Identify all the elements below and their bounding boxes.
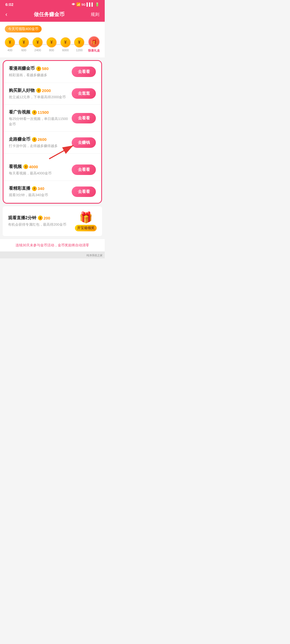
coin-label-3: 800 [49, 49, 54, 52]
task-coin-0: ¥ 580 [36, 66, 49, 71]
rule-button[interactable]: 规则 [91, 12, 99, 17]
chest-label[interactable]: 开宝箱领奖 [75, 225, 97, 231]
back-button[interactable]: ‹ [5, 11, 7, 18]
coin-circle-0: ¥ [5, 37, 15, 47]
task-btn-0[interactable]: 去看看 [72, 67, 96, 77]
coin-item-3: ¥ 800 [46, 37, 57, 52]
coin-circle-1: ¥ [19, 37, 29, 47]
coin-item-2: ¥ 2400 [32, 37, 43, 52]
progress-section: 今天可领取400金币 ¥ 400 ¥ 600 ¥ 2400 ¥ 800 ¥ 60… [0, 22, 105, 57]
task-desc-6: 有机会获得专属红包，最高得200金币 [8, 222, 72, 227]
task-title-4: 看视频 ¥ 4000 [9, 164, 69, 170]
coin-icon-4: ¥ [23, 164, 28, 169]
time: 6:02 [5, 2, 13, 7]
task-left-6: 观看直播2分钟 ¥ 200 有机会获得专属红包，最高得200金币 [8, 215, 75, 227]
coin-item-1: ¥ 600 [19, 37, 29, 52]
coin-circle-2: ¥ [32, 37, 43, 47]
coin-label-5: 1200 [76, 49, 82, 52]
battery-icon: 🔋 [95, 2, 99, 6]
gift-label: 惊喜礼盒 [88, 49, 100, 53]
coin-icon-0: ¥ [36, 66, 41, 71]
task-title-1: 购买新人好物 ¥ 2000 [9, 88, 69, 93]
coin-icon-5: ¥ [32, 186, 37, 191]
task-item-4: 看视频 ¥ 4000 每天看视频，最高4000金币 去看看 [3, 159, 101, 181]
progress-badge: 今天可领取400金币 [5, 25, 42, 32]
coin-label-4: 6000 [62, 49, 68, 52]
coin-item-5: ¥ 1200 [74, 37, 84, 52]
task-desc-2: 每25分钟看一次视频，单日最高11500金币 [9, 116, 69, 127]
footer-note: 连续30天未参与金币活动，金币奖励将自动清零 [0, 239, 105, 251]
coin-icon-1: ¥ [36, 88, 41, 93]
task-coin-2: ¥ 11500 [32, 110, 49, 115]
page-title: 做任务赚金币 [34, 11, 64, 18]
task-btn-4[interactable]: 去看看 [72, 164, 96, 175]
coin-circle-4: ¥ [60, 37, 71, 47]
gift-item: 🎁 惊喜礼盒 [88, 36, 100, 53]
status-bar: 6:02 👁 📶 5G ▌▌▌ 🔋 [0, 0, 105, 8]
5g-label: 5G [82, 3, 86, 6]
svg-line-1 [49, 145, 73, 159]
status-icons: 👁 📶 5G ▌▌▌ 🔋 [72, 2, 99, 6]
task-desc-0: 精彩漫画，看越多赚越多 [9, 72, 69, 78]
task-item-2: 看广告视频 ¥ 11500 每25分钟看一次视频，单日最高11500金币 去看看 [3, 105, 101, 132]
progress-coins: ¥ 400 ¥ 600 ¥ 2400 ¥ 800 ¥ 6000 ¥ 1200 🎁… [5, 36, 100, 53]
signal-icon: ▌▌▌ [86, 2, 94, 6]
task-btn-5[interactable]: 去看看 [72, 186, 96, 197]
task-item-1: 购买新人好物 ¥ 2000 抢立减12元券，下单最高得2000金币 去逛逛 [3, 83, 101, 105]
wifi-icon: 📶 [76, 2, 81, 6]
task-left-1: 购买新人好物 ¥ 2000 抢立减12元券，下单最高得2000金币 [9, 88, 72, 100]
header: ‹ 做任务赚金币 规则 [0, 8, 105, 22]
task-btn-1[interactable]: 去逛逛 [72, 88, 96, 99]
red-arrow-icon [46, 143, 76, 162]
task-title-6: 观看直播2分钟 ¥ 200 [8, 215, 72, 221]
task-coin-3: ¥ 2600 [32, 137, 46, 142]
coin-icon-6: ¥ [38, 215, 43, 220]
task-desc-4: 每天看视频，最高4000金币 [9, 171, 69, 176]
red-border-container: 看漫画赚金币 ¥ 580 精彩漫画，看越多赚越多 去看看 购买新人好物 ¥ 20… [3, 60, 102, 204]
coin-icon-3: ¥ [32, 137, 37, 142]
task-coin-4: ¥ 4000 [23, 164, 38, 169]
task-coin-1: ¥ 2000 [36, 88, 51, 93]
task-item-3: 走路赚金币 ¥ 2600 打卡游中国，走得越多赚得越多 去赚钱 [3, 132, 101, 154]
watermark-bar: 纯净系统之家 [0, 251, 105, 258]
coin-item-4: ¥ 6000 [60, 37, 71, 52]
task-title-3: 走路赚金币 ¥ 2600 [9, 137, 69, 142]
coin-icon-2: ¥ [32, 110, 37, 115]
task-left-5: 看精彩直播 ¥ 340 观看3分钟，最高340金币 [9, 186, 72, 198]
watermark-text: 纯净系统之家 [86, 254, 103, 257]
coin-circle-5: ¥ [74, 37, 84, 47]
task-coin-5: ¥ 340 [32, 186, 44, 191]
task-left-2: 看广告视频 ¥ 11500 每25分钟看一次视频，单日最高11500金币 [9, 109, 72, 127]
task-left-0: 看漫画赚金币 ¥ 580 精彩漫画，看越多赚越多 [9, 66, 72, 78]
task-title-2: 看广告视频 ¥ 11500 [9, 109, 69, 115]
task-item-5: 看精彩直播 ¥ 340 观看3分钟，最高340金币 去看看 [3, 181, 101, 203]
coin-label-1: 600 [21, 49, 26, 52]
task-title-5: 看精彩直播 ¥ 340 [9, 186, 69, 191]
task-coin-6: ¥ 200 [38, 215, 50, 220]
task-left-4: 看视频 ¥ 4000 每天看视频，最高4000金币 [9, 164, 72, 176]
coin-item-0: ¥ 400 [5, 37, 15, 52]
coin-label-0: 400 [8, 49, 12, 52]
task-desc-5: 观看3分钟，最高340金币 [9, 192, 69, 198]
chest-button[interactable]: 🎁 开宝箱领奖 [75, 211, 97, 231]
task-item-0: 看漫画赚金币 ¥ 580 精彩漫画，看越多赚越多 去看看 [3, 61, 101, 83]
task-title-0: 看漫画赚金币 ¥ 580 [9, 66, 69, 71]
coin-label-2: 2400 [34, 49, 41, 52]
coin-circle-3: ¥ [46, 37, 57, 47]
task-btn-2[interactable]: 去看看 [72, 113, 96, 123]
gift-circle: 🎁 [88, 36, 100, 47]
chest-icon: 🎁 [79, 211, 93, 224]
task-desc-1: 抢立减12元券，下单最高得2000金币 [9, 94, 69, 100]
task-item-6: 观看直播2分钟 ¥ 200 有机会获得专属红包，最高得200金币 🎁 开宝箱领奖 [3, 206, 102, 236]
eye-icon: 👁 [72, 2, 75, 6]
